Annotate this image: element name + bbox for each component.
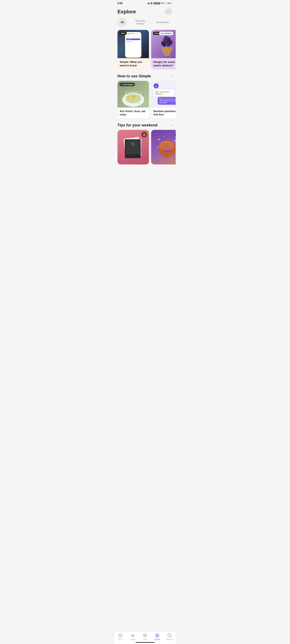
card-title-1: Simple: What you need to know	[120, 60, 147, 67]
svg-point-32	[131, 142, 134, 146]
tip-card-1[interactable]: 🔒	[118, 130, 149, 164]
svg-point-20	[128, 96, 132, 99]
chat-bubble-user: Hey Avo, what can I make with chickpeas,…	[158, 97, 176, 105]
food-scan-svg	[120, 86, 146, 108]
tutorial-card-body-2: Nutrition questions? Ask Avo!	[151, 108, 176, 118]
chat-bot-text: Hey! 👋 How can I help you?	[155, 91, 170, 95]
svg-point-7	[166, 43, 170, 47]
svg-point-10	[166, 40, 167, 41]
card-body-1: Simple: What you need to know	[118, 58, 149, 70]
signal-icon: ▐▐▐▐▐	[153, 2, 160, 4]
tab-bookmarks[interactable]: Bookmarks	[154, 18, 172, 27]
svg-point-47	[171, 159, 172, 161]
how-to-use-header: How to use Simple ›	[118, 74, 172, 78]
page-title: Explore	[118, 9, 136, 14]
avo-vision-image: 🚀 New feature	[118, 81, 149, 108]
camera-icon: 📹	[147, 2, 150, 4]
svg-rect-41	[162, 146, 163, 146]
tab-all[interactable]: All	[118, 18, 127, 27]
svg-rect-33	[127, 146, 139, 146]
featured-cards-scroll: NEW Saturday, 17 May 16h fast SMTWTFS 24…	[114, 30, 176, 70]
featured-section: NEW Saturday, 17 May 16h fast SMTWTFS 24…	[114, 30, 176, 74]
how-to-use-arrow[interactable]: ›	[172, 74, 172, 78]
tab-recently-viewed[interactable]: Recently viewed	[128, 18, 152, 27]
how-to-use-title: How to use Simple	[118, 74, 151, 78]
card-image-simple: NEW Saturday, 17 May 16h fast SMTWTFS 24…	[118, 30, 149, 58]
tutorial-card-title-1: Avo Vision: Scan, eat, enjoy	[120, 110, 147, 116]
wifi-icon: WiFi	[160, 2, 164, 4]
rocket-icon: 🚀	[121, 84, 123, 86]
header: Explore Let them ♡	[114, 6, 176, 18]
tutorial-cards-scroll: 🚀 New feature	[114, 81, 176, 119]
svg-point-42	[158, 138, 160, 140]
svg-point-46	[163, 136, 164, 137]
donut-visual	[151, 130, 176, 164]
phone-fast-label: 16h fast	[126, 35, 140, 36]
tutorial-card-title-2: Nutrition questions? Ask Avo!	[153, 110, 176, 116]
tips-title: Tips for your weekend	[118, 123, 158, 127]
tips-section: Tips for your weekend › 🔒	[114, 123, 176, 169]
svg-point-19	[125, 94, 141, 103]
svg-point-6	[162, 43, 166, 47]
card-image-snacks: NEW Ask dietitian	[151, 30, 176, 58]
phone-mockup: Saturday, 17 May 16h fast SMTWTFS 242526…	[124, 32, 142, 58]
avo-chat-image: 💧 Hey! 👋 How can I help you? Hey Avo, wh…	[151, 81, 176, 108]
featured-card-1[interactable]: NEW Saturday, 17 May 16h fast SMTWTFS 24…	[118, 30, 149, 70]
svg-point-36	[159, 141, 175, 150]
lock-icon-1: 🔒	[142, 132, 147, 138]
tip-card-2[interactable]: 🔒	[151, 130, 176, 164]
status-icons: 📹 🔕 ▐▐▐▐▐ WiFi 🔋36% ●	[147, 2, 172, 4]
chat-user-text: Hey Avo, what can I make with chickpeas,…	[159, 98, 176, 104]
status-bar: 5:06 📹 🔕 ▐▐▐▐▐ WiFi 🔋36% ●	[114, 0, 176, 6]
avatar[interactable]: Let them ♡	[165, 8, 172, 16]
new-feature-label: New feature	[124, 84, 134, 86]
phone-screen: Saturday, 17 May 16h fast SMTWTFS 242526…	[125, 32, 142, 58]
svg-point-8	[164, 36, 168, 40]
scan-visual	[118, 86, 149, 108]
status-time: 5:06	[118, 2, 122, 5]
phone-text: d previous	[126, 41, 140, 42]
tutorial-card-1[interactable]: 🚀 New feature	[118, 81, 149, 118]
tutorial-card-2[interactable]: 💧 Hey! 👋 How can I help you? Hey Avo, wh…	[151, 81, 176, 118]
phone-screen-header: Saturday, 17 May	[126, 33, 140, 34]
svg-point-9	[162, 42, 164, 44]
chat-bubble-bot: Hey! 👋 How can I help you?	[154, 90, 175, 96]
blackberries-svg	[156, 32, 176, 56]
battery-dot: ●	[172, 3, 172, 4]
ask-dietitian-tag: Ask dietitian	[159, 32, 173, 35]
phone-tag: Not logged yet	[126, 38, 140, 40]
svg-point-21	[132, 95, 136, 98]
card-title-2: Hungry for smart snack choices?	[153, 60, 176, 67]
tips-arrow[interactable]: ›	[172, 123, 172, 127]
mute-icon: 🔕	[150, 2, 153, 4]
filter-tabs: All Recently viewed Bookmarks	[114, 18, 176, 30]
avatar-text: Let them ♡	[165, 11, 172, 12]
chat-avatar: 💧	[154, 83, 159, 88]
battery-icon: 🔋36%	[165, 2, 171, 4]
photos-svg	[122, 133, 145, 161]
svg-point-11	[169, 41, 170, 42]
how-to-use-section: How to use Simple › 🚀 New feature	[114, 74, 176, 123]
tip-cards-scroll: 🔒	[114, 130, 176, 165]
featured-card-2[interactable]: NEW Ask dietitian	[151, 30, 176, 70]
tutorial-card-body-1: Avo Vision: Scan, eat, enjoy	[118, 108, 149, 118]
svg-point-43	[174, 140, 176, 142]
svg-point-44	[157, 146, 158, 148]
new-badge-1: NEW	[119, 32, 126, 35]
card-body-2: Hungry for smart snack choices?	[151, 58, 176, 70]
phone-calendar: SMTWTFS 24252627	[126, 36, 140, 38]
donut-svg	[154, 133, 176, 161]
svg-marker-0	[160, 47, 173, 56]
tips-header: Tips for your weekend ›	[118, 123, 172, 127]
